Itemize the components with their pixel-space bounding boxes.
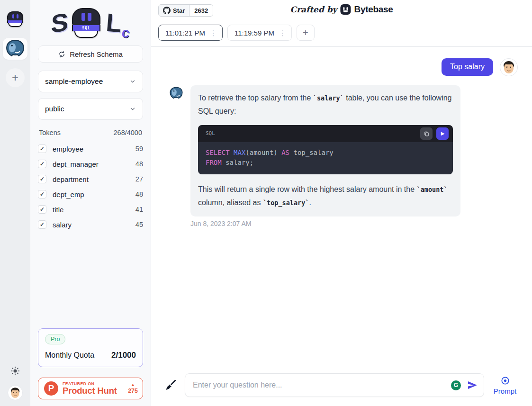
table-row-title[interactable]: ✓ title 41	[38, 204, 143, 215]
sql-function: MAX	[234, 149, 245, 156]
send-button[interactable]	[467, 379, 478, 391]
table-name: salary	[53, 221, 135, 229]
assistant-paragraph: To retrieve the top salary from the `sal…	[198, 91, 453, 118]
tokens-label: Tokens	[39, 129, 61, 136]
message-timestamp: Jun 8, 2023 2:07 AM	[190, 220, 460, 227]
table-checkbox[interactable]: ✓	[38, 190, 46, 198]
table-row-department[interactable]: ✓ department 27	[38, 174, 143, 184]
refresh-schema-button[interactable]: Refresh Schema	[38, 45, 143, 63]
check-icon: ✓	[40, 191, 45, 197]
user-face-icon	[8, 386, 22, 400]
grammarly-icon[interactable]: G	[451, 380, 461, 390]
table-row-employee[interactable]: ✓ employee 59	[38, 144, 143, 154]
database-select[interactable]: sample-employee	[38, 71, 143, 92]
broom-icon	[164, 379, 177, 391]
check-icon: ✓	[40, 161, 45, 167]
table-token-count: 59	[135, 145, 143, 153]
message-text: To retrieve the top salary from the	[198, 94, 313, 102]
github-icon	[163, 7, 171, 14]
table-name: dept_emp	[53, 190, 135, 198]
logo-letter-s: S	[51, 9, 69, 36]
schema-select-value: public	[45, 105, 64, 113]
prompt-button[interactable]: Prompt	[491, 376, 519, 395]
table-name: title	[53, 206, 135, 214]
table-checkbox[interactable]: ✓	[38, 205, 46, 214]
conversation-rail: +	[0, 0, 30, 406]
schema-sidebar: S SQL L c Refresh Schema sample-employee…	[30, 0, 151, 406]
conversation-tab-bar: 11:01:21 PM ⋮ 11:19:59 PM ⋮ +	[151, 22, 532, 47]
user-avatar	[500, 58, 518, 76]
table-name: employee	[53, 145, 135, 153]
assistant-message-row: To retrieve the top salary from the `sal…	[169, 85, 518, 227]
quota-card: Pro Monthly Quota 2/1000	[38, 328, 143, 367]
product-hunt-badge[interactable]: P FEATURED ON Product Hunt ▲ 275	[38, 378, 143, 399]
table-row-dept-manager[interactable]: ✓ dept_manager 48	[38, 159, 143, 169]
question-input[interactable]	[193, 381, 451, 389]
tab-conversation-active[interactable]: 11:01:21 PM ⋮	[158, 25, 223, 41]
code-language-label: SQL	[206, 127, 420, 140]
table-checkbox[interactable]: ✓	[38, 144, 46, 153]
schema-select[interactable]: public	[38, 98, 143, 120]
prompt-eye-icon	[500, 376, 510, 386]
user-profile-avatar[interactable]	[8, 385, 23, 400]
table-token-count: 48	[135, 190, 143, 198]
tab-conversation-inactive[interactable]: 11:19:59 PM ⋮	[227, 25, 292, 41]
code-line: FROM salary;	[206, 158, 445, 168]
conversation-tile-postgres[interactable]	[3, 38, 27, 60]
table-checkbox[interactable]: ✓	[38, 220, 46, 229]
sqlchat-app: + S	[0, 0, 532, 406]
play-icon: ▶	[441, 131, 445, 136]
postgresql-icon	[5, 39, 25, 59]
bot-chin	[8, 23, 22, 27]
crafted-by-label: Crafted by	[290, 5, 337, 14]
user-message-row: Top salary	[169, 58, 518, 76]
run-query-button[interactable]: ▶	[436, 127, 449, 140]
postgresql-icon	[169, 86, 183, 100]
crafted-by-brand[interactable]: Crafted by Bytebase	[290, 4, 393, 15]
sun-icon	[10, 366, 20, 376]
tab-menu-icon[interactable]: ⋮	[209, 29, 218, 36]
table-token-count: 48	[135, 160, 143, 168]
assistant-message-bubble: To retrieve the top salary from the `sal…	[190, 85, 460, 217]
send-icon	[467, 379, 478, 391]
new-conversation-button[interactable]: +	[6, 68, 25, 87]
check-icon: ✓	[40, 207, 45, 212]
tab-menu-icon[interactable]: ⋮	[278, 29, 287, 36]
product-hunt-logo: P	[44, 381, 58, 396]
bot-head	[7, 11, 23, 20]
upvote-icon: ▲	[131, 383, 135, 387]
tokens-value: 268/4000	[114, 129, 142, 136]
tab-label: 11:01:21 PM	[165, 29, 205, 37]
assistant-message-block: To retrieve the top salary from the `sal…	[190, 85, 460, 227]
table-token-count: 45	[135, 221, 143, 228]
clear-conversation-button[interactable]	[163, 378, 178, 392]
main-panel: Star 2632 Crafted by Bytebase 11:01:21 P…	[151, 0, 532, 406]
sql-code-block: SQL ▶	[198, 125, 453, 174]
github-star-button[interactable]: Star 2632	[158, 4, 213, 17]
sql-keyword: FROM	[206, 159, 222, 166]
clipboard-icon	[424, 131, 430, 137]
table-checkbox[interactable]: ✓	[38, 175, 46, 183]
tokens-summary: Tokens 268/4000	[38, 129, 143, 136]
table-checkbox[interactable]: ✓	[38, 160, 46, 168]
theme-toggle-button[interactable]	[9, 365, 21, 377]
assistant-paragraph: This will return a single row with the h…	[198, 183, 453, 209]
bytebase-logo-icon	[340, 4, 351, 15]
chevron-down-icon	[129, 106, 136, 112]
logo-robot-q: SQL	[72, 8, 100, 38]
sqlchat-bot-avatar[interactable]	[7, 11, 23, 27]
table-row-dept-emp[interactable]: ✓ dept_emp 48	[38, 189, 143, 199]
table-token-count: 27	[135, 175, 143, 183]
add-tab-button[interactable]: +	[297, 25, 315, 41]
chat-area: Top salary	[151, 47, 532, 372]
table-row-salary[interactable]: ✓ salary 45	[38, 219, 143, 230]
logo-wrench-icon: c	[120, 24, 131, 41]
quota-value: 2/1000	[111, 351, 136, 360]
code-line: SELECT MAX(amount) AS top_salary	[206, 148, 445, 158]
upvote-count: 275	[128, 388, 138, 394]
product-hunt-name: Product Hunt	[63, 387, 126, 396]
table-name: dept_manager	[53, 160, 135, 168]
table-list: ✓ employee 59 ✓ dept_manager 48 ✓ depart…	[38, 139, 143, 230]
table-name: department	[53, 175, 135, 183]
copy-code-button[interactable]	[420, 127, 433, 140]
